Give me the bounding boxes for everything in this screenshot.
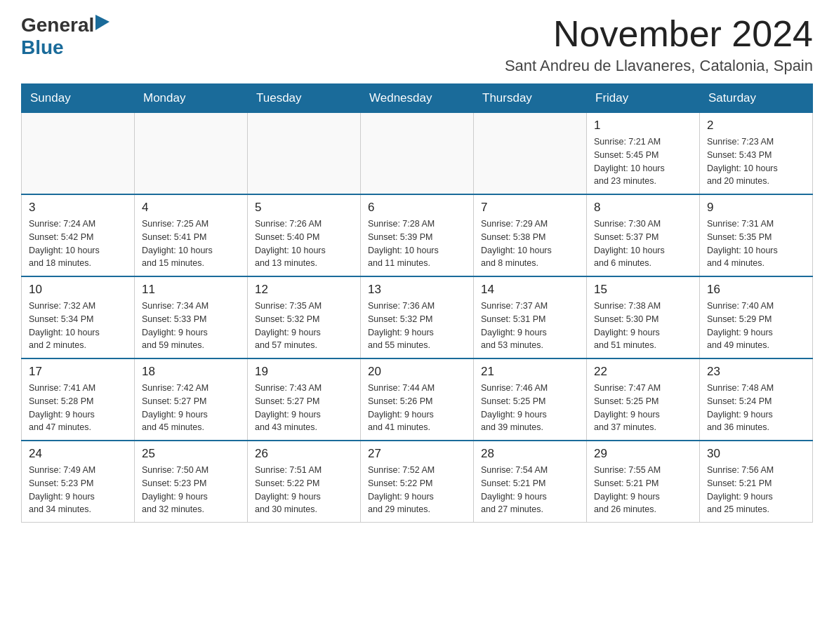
day-info: Sunrise: 7:47 AMSunset: 5:25 PMDaylight:… <box>594 382 692 434</box>
week-row-1: 1Sunrise: 7:21 AMSunset: 5:45 PMDaylight… <box>22 113 813 195</box>
svg-marker-0 <box>95 15 110 30</box>
day-info: Sunrise: 7:43 AMSunset: 5:27 PMDaylight:… <box>255 382 353 434</box>
calendar-cell <box>22 113 135 195</box>
day-info: Sunrise: 7:49 AMSunset: 5:23 PMDaylight:… <box>29 464 127 516</box>
page-header: General Blue November 2024 Sant Andreu d… <box>21 14 813 75</box>
day-number: 24 <box>29 447 127 461</box>
day-number: 28 <box>481 447 579 461</box>
day-info: Sunrise: 7:38 AMSunset: 5:30 PMDaylight:… <box>594 300 692 352</box>
main-title: November 2024 <box>505 14 813 54</box>
header-monday: Monday <box>135 84 248 113</box>
day-info: Sunrise: 7:52 AMSunset: 5:22 PMDaylight:… <box>368 464 466 516</box>
day-number: 27 <box>368 447 466 461</box>
day-info: Sunrise: 7:26 AMSunset: 5:40 PMDaylight:… <box>255 217 353 270</box>
calendar-cell: 3Sunrise: 7:24 AMSunset: 5:42 PMDaylight… <box>22 194 135 276</box>
day-info: Sunrise: 7:21 AMSunset: 5:45 PMDaylight:… <box>594 135 692 188</box>
header-wednesday: Wednesday <box>361 84 474 113</box>
day-number: 16 <box>707 283 805 297</box>
day-info: Sunrise: 7:51 AMSunset: 5:22 PMDaylight:… <box>255 464 353 516</box>
day-info: Sunrise: 7:46 AMSunset: 5:25 PMDaylight:… <box>481 382 579 434</box>
calendar-cell: 5Sunrise: 7:26 AMSunset: 5:40 PMDaylight… <box>248 194 361 276</box>
day-number: 21 <box>481 365 579 379</box>
calendar-cell <box>135 113 248 195</box>
day-number: 6 <box>368 201 466 215</box>
calendar-cell: 18Sunrise: 7:42 AMSunset: 5:27 PMDayligh… <box>135 358 248 441</box>
calendar-cell: 30Sunrise: 7:56 AMSunset: 5:21 PMDayligh… <box>700 441 813 523</box>
day-info: Sunrise: 7:34 AMSunset: 5:33 PMDaylight:… <box>142 300 240 352</box>
calendar-cell: 9Sunrise: 7:31 AMSunset: 5:35 PMDaylight… <box>700 194 813 276</box>
calendar-cell: 20Sunrise: 7:44 AMSunset: 5:26 PMDayligh… <box>361 358 474 441</box>
day-info: Sunrise: 7:37 AMSunset: 5:31 PMDaylight:… <box>481 300 579 352</box>
day-info: Sunrise: 7:56 AMSunset: 5:21 PMDaylight:… <box>707 464 805 516</box>
day-number: 4 <box>142 201 240 215</box>
day-number: 13 <box>368 283 466 297</box>
day-number: 5 <box>255 201 353 215</box>
day-number: 12 <box>255 283 353 297</box>
calendar-cell: 22Sunrise: 7:47 AMSunset: 5:25 PMDayligh… <box>587 358 700 441</box>
day-number: 19 <box>255 365 353 379</box>
day-info: Sunrise: 7:54 AMSunset: 5:21 PMDaylight:… <box>481 464 579 516</box>
day-info: Sunrise: 7:31 AMSunset: 5:35 PMDaylight:… <box>707 217 805 270</box>
day-info: Sunrise: 7:32 AMSunset: 5:34 PMDaylight:… <box>29 300 127 352</box>
calendar-cell: 13Sunrise: 7:36 AMSunset: 5:32 PMDayligh… <box>361 276 474 358</box>
calendar-header-row: SundayMondayTuesdayWednesdayThursdayFrid… <box>22 84 813 113</box>
logo: General Blue <box>21 14 110 59</box>
header-tuesday: Tuesday <box>248 84 361 113</box>
day-number: 26 <box>255 447 353 461</box>
day-info: Sunrise: 7:28 AMSunset: 5:39 PMDaylight:… <box>368 217 466 270</box>
calendar-cell: 1Sunrise: 7:21 AMSunset: 5:45 PMDaylight… <box>587 113 700 195</box>
day-number: 22 <box>594 365 692 379</box>
calendar-cell: 16Sunrise: 7:40 AMSunset: 5:29 PMDayligh… <box>700 276 813 358</box>
calendar-table: SundayMondayTuesdayWednesdayThursdayFrid… <box>21 83 813 523</box>
calendar-cell: 14Sunrise: 7:37 AMSunset: 5:31 PMDayligh… <box>474 276 587 358</box>
calendar-cell: 4Sunrise: 7:25 AMSunset: 5:41 PMDaylight… <box>135 194 248 276</box>
calendar-cell <box>248 113 361 195</box>
calendar-cell: 6Sunrise: 7:28 AMSunset: 5:39 PMDaylight… <box>361 194 474 276</box>
day-number: 9 <box>707 201 805 215</box>
day-number: 3 <box>29 201 127 215</box>
day-number: 15 <box>594 283 692 297</box>
calendar-cell: 15Sunrise: 7:38 AMSunset: 5:30 PMDayligh… <box>587 276 700 358</box>
day-info: Sunrise: 7:24 AMSunset: 5:42 PMDaylight:… <box>29 217 127 270</box>
calendar-cell: 19Sunrise: 7:43 AMSunset: 5:27 PMDayligh… <box>248 358 361 441</box>
day-number: 25 <box>142 447 240 461</box>
calendar-cell: 29Sunrise: 7:55 AMSunset: 5:21 PMDayligh… <box>587 441 700 523</box>
day-info: Sunrise: 7:30 AMSunset: 5:37 PMDaylight:… <box>594 217 692 270</box>
calendar-cell: 10Sunrise: 7:32 AMSunset: 5:34 PMDayligh… <box>22 276 135 358</box>
day-info: Sunrise: 7:44 AMSunset: 5:26 PMDaylight:… <box>368 382 466 434</box>
header-saturday: Saturday <box>700 84 813 113</box>
calendar-cell: 8Sunrise: 7:30 AMSunset: 5:37 PMDaylight… <box>587 194 700 276</box>
day-number: 20 <box>368 365 466 379</box>
week-row-4: 17Sunrise: 7:41 AMSunset: 5:28 PMDayligh… <box>22 358 813 441</box>
week-row-2: 3Sunrise: 7:24 AMSunset: 5:42 PMDaylight… <box>22 194 813 276</box>
logo-blue-text: Blue <box>21 36 64 58</box>
calendar-cell <box>361 113 474 195</box>
calendar-cell: 24Sunrise: 7:49 AMSunset: 5:23 PMDayligh… <box>22 441 135 523</box>
day-number: 30 <box>707 447 805 461</box>
day-info: Sunrise: 7:23 AMSunset: 5:43 PMDaylight:… <box>707 135 805 188</box>
calendar-cell <box>474 113 587 195</box>
calendar-cell: 23Sunrise: 7:48 AMSunset: 5:24 PMDayligh… <box>700 358 813 441</box>
day-info: Sunrise: 7:48 AMSunset: 5:24 PMDaylight:… <box>707 382 805 434</box>
subtitle: Sant Andreu de Llavaneres, Catalonia, Sp… <box>505 57 813 75</box>
day-number: 7 <box>481 201 579 215</box>
day-info: Sunrise: 7:55 AMSunset: 5:21 PMDaylight:… <box>594 464 692 516</box>
day-info: Sunrise: 7:29 AMSunset: 5:38 PMDaylight:… <box>481 217 579 270</box>
day-number: 18 <box>142 365 240 379</box>
logo-flag-icon <box>95 15 110 30</box>
calendar-cell: 7Sunrise: 7:29 AMSunset: 5:38 PMDaylight… <box>474 194 587 276</box>
day-number: 23 <box>707 365 805 379</box>
calendar-cell: 27Sunrise: 7:52 AMSunset: 5:22 PMDayligh… <box>361 441 474 523</box>
day-info: Sunrise: 7:41 AMSunset: 5:28 PMDaylight:… <box>29 382 127 434</box>
calendar-cell: 26Sunrise: 7:51 AMSunset: 5:22 PMDayligh… <box>248 441 361 523</box>
day-info: Sunrise: 7:42 AMSunset: 5:27 PMDaylight:… <box>142 382 240 434</box>
header-thursday: Thursday <box>474 84 587 113</box>
calendar-cell: 28Sunrise: 7:54 AMSunset: 5:21 PMDayligh… <box>474 441 587 523</box>
logo-general-text: General <box>21 14 94 36</box>
day-info: Sunrise: 7:35 AMSunset: 5:32 PMDaylight:… <box>255 300 353 352</box>
day-number: 14 <box>481 283 579 297</box>
calendar-cell: 11Sunrise: 7:34 AMSunset: 5:33 PMDayligh… <box>135 276 248 358</box>
calendar-cell: 25Sunrise: 7:50 AMSunset: 5:23 PMDayligh… <box>135 441 248 523</box>
header-sunday: Sunday <box>22 84 135 113</box>
week-row-5: 24Sunrise: 7:49 AMSunset: 5:23 PMDayligh… <box>22 441 813 523</box>
